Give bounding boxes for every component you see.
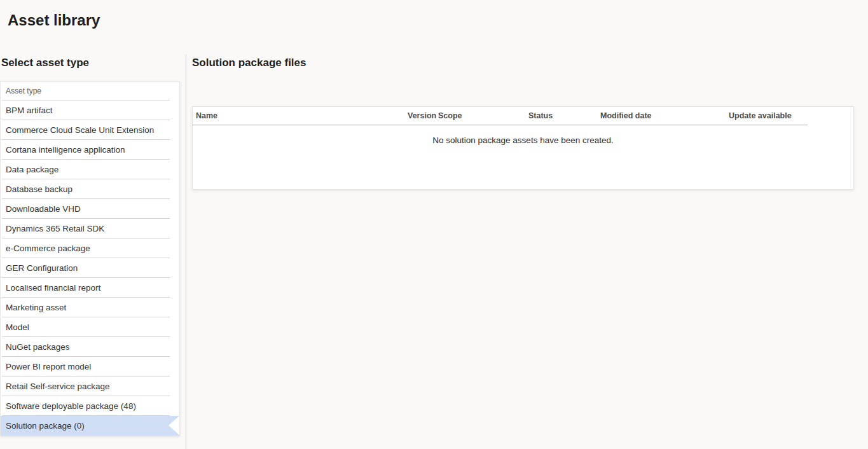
asset-type-item-software-deployable-package[interactable]: Software deployable package (48) (1, 396, 179, 416)
asset-type-item-dynamics-365-retail-sdk[interactable]: Dynamics 365 Retail SDK (1, 219, 179, 238)
column-header-version: Version (408, 111, 438, 120)
asset-type-item-commerce-cloud-scale-unit-extension[interactable]: Commerce Cloud Scale Unit Extension (1, 120, 179, 140)
files-panel-title: Solution package files (192, 57, 307, 69)
asset-type-panel-title: Select asset type (1, 57, 89, 69)
asset-type-item-database-backup[interactable]: Database backup (1, 179, 179, 199)
asset-type-item-solution-package[interactable]: Solution package (0) (1, 416, 179, 436)
asset-type-item-model[interactable]: Model (1, 317, 179, 337)
asset-type-list: Asset type BPM artifact Commerce Cloud S… (0, 81, 180, 436)
asset-type-item-ger-configuration[interactable]: GER Configuration (1, 258, 179, 278)
solution-package-files-table: Name Version Scope Status Modified date … (192, 106, 854, 190)
asset-type-item-localised-financial-report[interactable]: Localised financial report (1, 278, 179, 298)
asset-type-panel: Select asset type Asset type BPM artifac… (0, 54, 186, 449)
solution-package-files-panel: Solution package files IMPORT VERSIONS N… (192, 54, 868, 449)
column-header-status: Status (528, 111, 600, 120)
asset-type-item-power-bi-report-model[interactable]: Power BI report model (1, 357, 179, 376)
asset-type-list-header: Asset type (1, 82, 179, 100)
asset-type-item-cortana-intelligence-application[interactable]: Cortana intelligence application (1, 140, 179, 160)
column-header-update-available: Update available (729, 111, 806, 120)
asset-type-item-e-commerce-package[interactable]: e-Commerce package (1, 238, 179, 258)
asset-type-item-data-package[interactable]: Data package (1, 160, 179, 179)
empty-table-message: No solution package assets have been cre… (193, 135, 853, 145)
column-header-modified-date: Modified date (600, 111, 729, 120)
asset-type-item-nuget-packages[interactable]: NuGet packages (1, 337, 179, 357)
asset-type-item-downloadable-vhd[interactable]: Downloadable VHD (1, 199, 179, 219)
asset-type-item-retail-self-service-package[interactable]: Retail Self-service package (1, 376, 179, 396)
page-title: Asset library (8, 11, 100, 29)
table-header-row: Name Version Scope Status Modified date … (193, 107, 808, 125)
asset-type-item-marketing-asset[interactable]: Marketing asset (1, 298, 179, 317)
asset-type-item-bpm-artifact[interactable]: BPM artifact (1, 100, 179, 120)
column-header-name: Name (196, 111, 408, 120)
column-header-scope: Scope (438, 111, 528, 120)
